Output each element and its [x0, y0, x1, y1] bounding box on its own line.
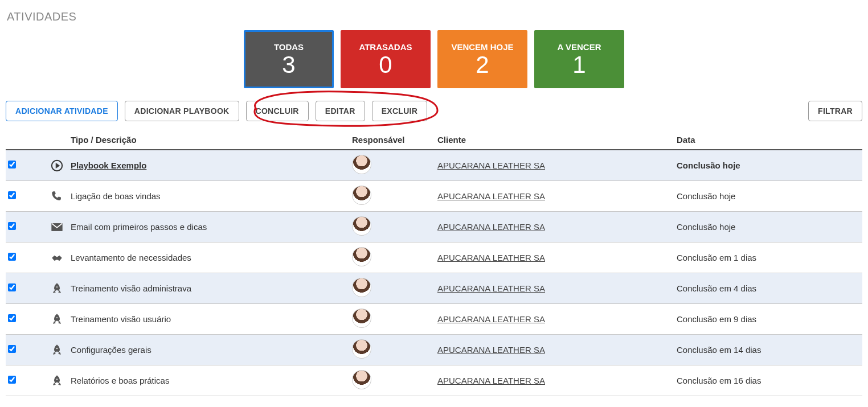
avatar [352, 370, 371, 389]
row-date: Conclusão em 16 dias [674, 365, 862, 396]
filter-button[interactable]: FILTRAR [808, 101, 862, 121]
card-late-value: 0 [379, 53, 392, 77]
row-description: Configurações gerais [71, 345, 152, 355]
card-late[interactable]: ATRASADAS 0 [341, 30, 431, 88]
table-row: Treinamento visão usuárioAPUCARANA LEATH… [6, 304, 862, 335]
card-today-label: VENCEM HOJE [451, 42, 513, 52]
avatar [352, 339, 371, 359]
toolbar: ADICIONAR ATIVIDADE ADICIONAR PLAYBOOK C… [6, 101, 862, 121]
row-date: Conclusão hoje [674, 150, 862, 181]
avatar [352, 186, 371, 205]
client-link[interactable]: APUCARANA LEATHER SA [437, 191, 545, 201]
handshake-icon [46, 242, 68, 273]
card-all[interactable]: TODAS 3 [244, 30, 334, 88]
row-description: Email com primeiros passos e dicas [71, 222, 207, 232]
col-header-resp: Responsável [350, 131, 435, 150]
row-checkbox[interactable] [8, 191, 16, 199]
activities-table: Tipo / Descrição Responsável Cliente Dat… [6, 131, 862, 396]
row-checkbox[interactable] [8, 314, 16, 322]
row-date: Conclusão em 9 dias [674, 304, 862, 335]
row-checkbox[interactable] [8, 222, 16, 230]
row-description: Relatórios e boas práticas [71, 376, 169, 385]
table-row: Playbook ExemploAPUCARANA LEATHER SAConc… [6, 150, 862, 181]
row-checkbox[interactable] [8, 161, 16, 168]
row-checkbox[interactable] [8, 253, 16, 261]
client-link[interactable]: APUCARANA LEATHER SA [437, 253, 545, 262]
client-link[interactable]: APUCARANA LEATHER SA [437, 314, 545, 324]
row-date: Conclusão em 4 dias [674, 273, 862, 304]
add-playbook-button[interactable]: ADICIONAR PLAYBOOK [125, 101, 239, 121]
rocket-icon [46, 273, 68, 304]
card-all-value: 3 [282, 53, 295, 77]
table-row: Relatórios e boas práticasAPUCARANA LEAT… [6, 365, 862, 396]
table-row: Configurações geraisAPUCARANA LEATHER SA… [6, 335, 862, 365]
card-future-label: A VENCER [558, 42, 601, 52]
col-header-client: Cliente [435, 131, 674, 150]
delete-button[interactable]: EXCLUIR [372, 101, 428, 121]
row-description: Treinamento visão usuário [71, 314, 171, 324]
rocket-icon [46, 365, 68, 396]
rocket-icon [46, 335, 68, 365]
edit-button[interactable]: EDITAR [316, 101, 365, 121]
phone-icon [46, 181, 68, 212]
card-future-value: 1 [572, 53, 586, 77]
avatar [352, 309, 371, 328]
row-checkbox[interactable] [8, 376, 16, 384]
client-link[interactable]: APUCARANA LEATHER SA [437, 222, 545, 232]
row-checkbox[interactable] [8, 345, 16, 353]
col-header-date: Data [674, 131, 862, 150]
table-row: Ligação de boas vindasAPUCARANA LEATHER … [6, 181, 862, 212]
card-today-value: 2 [476, 53, 489, 77]
client-link[interactable]: APUCARANA LEATHER SA [437, 376, 545, 385]
client-link[interactable]: APUCARANA LEATHER SA [437, 345, 545, 355]
card-all-label: TODAS [274, 42, 304, 52]
row-checkbox[interactable] [8, 283, 16, 291]
table-row: Levantamento de necessidadesAPUCARANA LE… [6, 242, 862, 273]
table-row: Treinamento visão administravaAPUCARANA … [6, 273, 862, 304]
avatar [352, 216, 371, 236]
row-description-link[interactable]: Playbook Exemplo [71, 161, 146, 170]
avatar [352, 278, 371, 297]
col-header-type: Tipo / Descrição [68, 131, 350, 150]
play-icon [46, 150, 68, 181]
client-link[interactable]: APUCARANA LEATHER SA [437, 283, 545, 293]
row-description: Treinamento visão administrava [71, 283, 191, 293]
row-date: Conclusão em 1 dias [674, 242, 862, 273]
row-description: Ligação de boas vindas [71, 191, 161, 201]
row-date: Conclusão hoje [674, 181, 862, 212]
row-date: Conclusão em 14 dias [674, 335, 862, 365]
avatar [352, 155, 371, 174]
add-activity-button[interactable]: ADICIONAR ATIVIDADE [6, 101, 118, 121]
status-cards: TODAS 3 ATRASADAS 0 VENCEM HOJE 2 A VENC… [6, 30, 862, 88]
card-today[interactable]: VENCEM HOJE 2 [437, 30, 527, 88]
client-link[interactable]: APUCARANA LEATHER SA [437, 161, 545, 170]
card-future[interactable]: A VENCER 1 [534, 30, 624, 88]
table-row: Email com primeiros passos e dicasAPUCAR… [6, 212, 862, 242]
page-title: ATIVIDADES [7, 10, 862, 23]
mail-icon [46, 212, 68, 242]
row-description: Levantamento de necessidades [71, 253, 191, 262]
card-late-label: ATRASADAS [359, 42, 412, 52]
avatar [352, 247, 371, 266]
rocket-icon [46, 304, 68, 335]
row-date: Conclusão hoje [674, 212, 862, 242]
conclude-button[interactable]: CONCLUIR [246, 101, 309, 121]
